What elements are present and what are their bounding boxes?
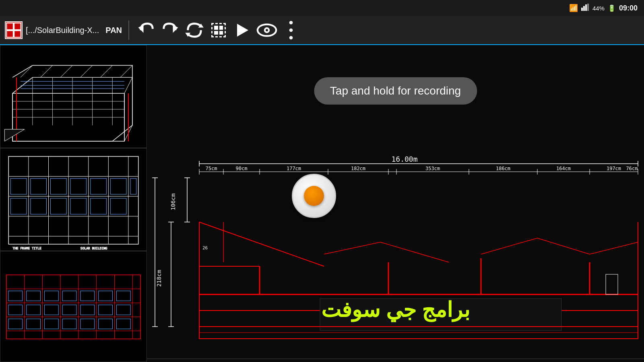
svg-text:218cm: 218cm (156, 270, 162, 287)
app-icon (5, 21, 23, 39)
svg-text:197cm: 197cm (607, 166, 621, 171)
record-button[interactable] (292, 174, 336, 218)
svg-text:16.00m: 16.00m (391, 155, 417, 163)
svg-text:186cm: 186cm (496, 166, 510, 171)
svg-rect-44 (0, 148, 146, 251)
svg-rect-3 (587, 4, 589, 11)
svg-text:THE FRAME TITLE: THE FRAME TITLE (12, 247, 41, 250)
svg-text:106cm: 106cm (170, 193, 176, 210)
signal-icon (581, 4, 589, 12)
right-panel[interactable]: Tap and hold for recording 16.00m (147, 45, 644, 362)
side-view[interactable] (0, 251, 147, 362)
svg-text:90cm: 90cm (236, 166, 248, 171)
svg-text:182cm: 182cm (351, 166, 365, 171)
3d-view[interactable] (0, 45, 147, 148)
project-name: [.../SolarBuilding-X... (26, 26, 99, 35)
main-content: THE FRAME TITLE SOLAR BUILDING (0, 45, 644, 362)
redo-button[interactable] (160, 20, 181, 41)
tooltip-text: Tap and hold for recording (330, 84, 461, 97)
svg-rect-6 (6, 31, 13, 37)
more-button[interactable] (281, 20, 301, 41)
wifi-icon: 📶 (569, 4, 578, 12)
arabic-brand-text: برامج جي سوفت (321, 298, 470, 322)
play-button[interactable] (232, 20, 253, 41)
svg-rect-0 (581, 8, 583, 11)
svg-point-16 (289, 21, 293, 25)
play-icon (237, 24, 248, 37)
toolbar-divider-1 (128, 21, 129, 40)
svg-text:177cm: 177cm (287, 166, 301, 171)
svg-point-18 (289, 36, 293, 39)
svg-text:SOLAR BUILDING: SOLAR BUILDING (80, 247, 107, 250)
svg-rect-7 (14, 31, 21, 37)
record-inner-dot (304, 186, 324, 206)
recording-tooltip[interactable]: Tap and hold for recording (314, 77, 477, 105)
status-bar: 📶 44% 🔋 09:00 (0, 0, 644, 16)
grid-button[interactable] (208, 20, 229, 41)
svg-point-15 (266, 29, 268, 31)
svg-point-17 (289, 29, 293, 32)
svg-text:26: 26 (202, 245, 208, 251)
svg-rect-2 (585, 4, 587, 11)
sync-button[interactable] (184, 20, 205, 41)
battery-percentage: 44% (592, 5, 605, 12)
svg-rect-8 (8, 25, 12, 29)
eye-button[interactable] (256, 20, 277, 41)
front-view[interactable]: THE FRAME TITLE SOLAR BUILDING (0, 148, 147, 251)
toolbar: [.../SolarBuilding-X... PAN (0, 16, 644, 45)
svg-rect-1 (583, 6, 585, 11)
grid-icon (211, 23, 226, 37)
svg-text:353cm: 353cm (425, 166, 440, 171)
svg-text:75cm: 75cm (206, 166, 217, 171)
svg-text:76cm: 76cm (626, 166, 638, 171)
undo-button[interactable] (136, 20, 157, 41)
svg-rect-5 (14, 23, 21, 30)
pan-mode-label: PAN (105, 26, 122, 35)
status-icons: 📶 44% 🔋 09:00 (569, 4, 638, 12)
battery-icon: 🔋 (608, 4, 616, 12)
svg-text:164cm: 164cm (556, 166, 571, 171)
left-panel: THE FRAME TITLE SOLAR BUILDING (0, 45, 147, 362)
clock: 09:00 (619, 4, 638, 12)
